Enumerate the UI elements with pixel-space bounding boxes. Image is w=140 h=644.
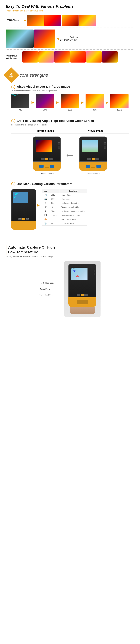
elec-label: Electricity Equipment Overhaul: [60, 36, 78, 41]
vg-btn-2[interactable]: [91, 165, 95, 168]
row-value: °C: [49, 205, 60, 209]
camera-swap-arrow: ⟵: [66, 152, 74, 158]
page-title: Easy To Deal With Various Problems: [6, 4, 134, 9]
blend-pct-80: 80%: [86, 109, 104, 111]
grip-btn-blue-2[interactable]: [50, 165, 54, 168]
menu-device-body: 17.3°C14:2050%°C ▶ MENU SELECT: [11, 189, 36, 221]
m-select[interactable]: SELECT: [26, 218, 30, 220]
blend-img-0: 540°C▪ 10px53°C: [11, 94, 30, 108]
auto-layout: The Coldest Spot Centre Point The Hottes…: [6, 261, 134, 317]
row-icon: 📷: [42, 197, 49, 201]
grip-btn-blue[interactable]: [39, 165, 44, 168]
auto-side-btn-2[interactable]: [94, 273, 95, 276]
strengths-container: ○ Mixed Visual Image & Infrared Image To…: [6, 85, 134, 237]
icon-col-header: Icon: [42, 189, 49, 193]
row-desc: Background temperature setting: [60, 209, 87, 213]
strength-3-circle: ○: [11, 182, 16, 186]
row-icon: °F: [42, 205, 49, 209]
hvac-row: HVAC Checks ▶: [6, 15, 134, 26]
prev-image-6: [102, 51, 118, 62]
row-icon: 🎨: [42, 217, 49, 222]
visual-camera-body: 13.8°C MENU SELECT: [79, 136, 107, 162]
hvac-arrow: ▶: [24, 18, 26, 22]
iv-header: Infrared Image Visual Image: [11, 128, 129, 134]
infrared-label: - Infrared Image -: [33, 172, 61, 174]
strength-1-desc: To determine the exact location of the p…: [11, 90, 129, 92]
blend-arrow-4: ▶: [106, 101, 108, 104]
hand-holding: [70, 307, 95, 314]
strength-2: ○ 2.4" Full Viewing Angle High-resolutio…: [11, 119, 129, 177]
auto-side-btn-1[interactable]: [94, 270, 95, 272]
bottom-buttons-infrared: MENU SELECT: [40, 158, 53, 160]
auto-menu-btn[interactable]: MENU: [76, 294, 80, 296]
table-row: 🎨 Color palette setting: [42, 217, 87, 222]
select-btn[interactable]: SELECT: [49, 158, 53, 160]
vs-btn-2[interactable]: [104, 146, 106, 149]
blend-arrow-2: ▶: [56, 101, 59, 104]
prev-image-4: [70, 51, 86, 62]
auto-ok-btn[interactable]: [81, 294, 84, 296]
strength-1-header: ○ Mixed Visual Image & Infrared Image: [11, 85, 129, 89]
menu-btn[interactable]: MENU: [40, 158, 44, 160]
strength-1-title: Mixed Visual Image & Infrared Image: [16, 85, 70, 88]
auto-device: 13.2°C MENU SELEC: [68, 264, 96, 314]
vg-btn-1[interactable]: [86, 165, 90, 168]
side-btn-1[interactable]: [58, 142, 60, 145]
row-desc: Save image: [60, 197, 87, 201]
auto-select-btn[interactable]: SELECT: [84, 294, 88, 296]
auto-labels: The Coldest Spot Centre Point The Hottes…: [40, 282, 61, 296]
menu-device-grip: [11, 221, 36, 230]
strength-1: ○ Mixed Visual Image & Infrared Image To…: [11, 85, 129, 114]
table-header-row: Icon Description: [42, 189, 87, 193]
hvac-image-1: [27, 15, 44, 26]
blend-pct-60: 60%: [61, 109, 79, 111]
ok-btn[interactable]: [45, 158, 48, 160]
desc-col-header: Description: [60, 189, 87, 193]
hottest-line: [54, 295, 61, 295]
electricity-row: ◀ Electricity Equipment Overhaul: [6, 30, 134, 48]
table-row: ☀ 50% Background light setting: [42, 201, 87, 205]
menu-device-wrap: 17.3°C14:2050%°C ▶ MENU SELECT: [11, 189, 36, 230]
prev-images: [22, 51, 118, 62]
side-btn-2[interactable]: [58, 146, 60, 149]
row-desc: Background light setting: [60, 201, 87, 205]
grip-detail: [77, 300, 88, 304]
camera-comparison: 30.8°C MENU SELECT: [11, 136, 129, 174]
table-row: 📡 0.95 Emissivity setting: [42, 222, 87, 226]
value-col-header: [49, 189, 60, 193]
elec-image-2: [34, 30, 55, 48]
table-row: °F °C Temperature unit setting: [42, 205, 87, 209]
menu-device-arrow: ▶: [37, 204, 40, 207]
m-ok[interactable]: [22, 218, 25, 220]
visual-screen: 13.8°C: [82, 140, 98, 152]
prev-image-3: [54, 51, 70, 62]
coldest-label: The Coldest Spot: [40, 282, 54, 284]
row-icon: 📡: [42, 222, 49, 226]
side-buttons: [58, 142, 60, 149]
prev-label: PreventativeMaintenance: [6, 55, 21, 59]
vs-btn-1[interactable]: [104, 142, 106, 145]
v-ok-btn[interactable]: [92, 158, 95, 160]
row-icon: 🌡: [42, 209, 49, 213]
auto-title: Automatic Capture Of High Low Temperatur…: [6, 245, 134, 254]
m-menu[interactable]: MENU: [18, 218, 22, 220]
blend-img-80: [86, 94, 104, 108]
hvac-image-2: [44, 15, 61, 26]
auto-device-buttons: MENU SELECT: [76, 294, 88, 296]
auto-device-screen: 13.2°C: [71, 268, 88, 280]
grip-btn-orange[interactable]: [45, 165, 49, 168]
v-menu-btn[interactable]: MENU: [87, 158, 91, 160]
blend-img-60: [61, 94, 79, 108]
row-desc: Time setting: [60, 193, 87, 197]
visual-label: - Visual Image -: [79, 172, 107, 174]
section-auto: Automatic Capture Of High Low Temperatur…: [0, 241, 140, 321]
menu-device-screen: 17.3°C14:2050%°C: [13, 192, 28, 203]
v-select-btn[interactable]: SELECT: [96, 158, 100, 160]
diamond-icon: 4: [3, 67, 19, 83]
strength-3-header: ○ One Menu Setting Various Parameters: [11, 182, 129, 186]
strength-3: ○ One Menu Setting Various Parameters 17…: [11, 182, 129, 230]
strength-2-header: ○ 2.4" Full Viewing Angle High-resolutio…: [11, 119, 129, 123]
vg-btn-3[interactable]: [96, 165, 101, 168]
visual-header-label: Visual Image: [88, 130, 104, 132]
electricity-images: [6, 30, 55, 48]
